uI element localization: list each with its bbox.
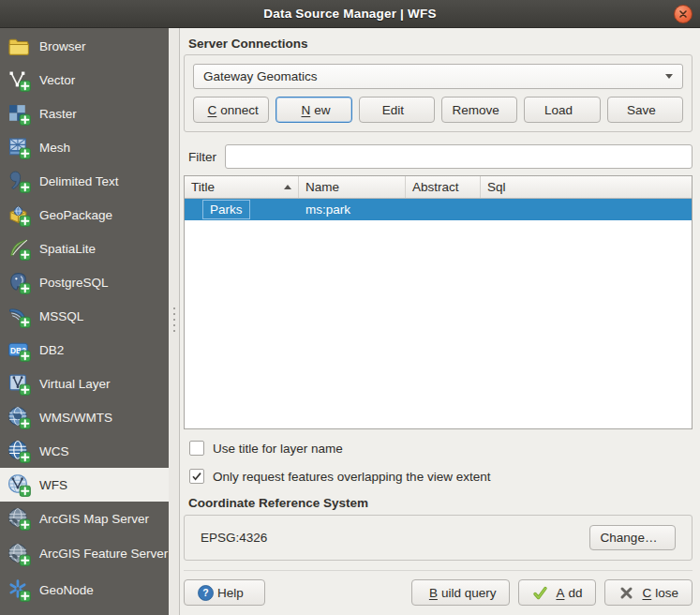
cell-abstract [406,199,419,220]
filter-label: Filter [188,150,216,164]
overlap-checkbox-row[interactable]: Only request features overlapping the vi… [189,469,693,484]
sidebar-item-label: GeoPackage [39,208,112,222]
data-source-manager-window: Data Source Manager | WFS Browser [0,0,700,615]
sidebar-item-geonode[interactable]: GeoNode [0,573,169,607]
vector-layer-icon [7,68,31,92]
server-connections-group: Gateway Geomatics Connect New Edit Remov… [184,54,693,132]
save-button[interactable]: Save [607,97,683,123]
sidebar-item-browser[interactable]: Browser [0,29,169,63]
help-icon: ? [198,585,214,601]
cell-title: Parks [202,200,250,219]
sidebar-item-label: WCS [39,444,69,458]
comma-icon [7,170,31,193]
sidebar-item-wcs[interactable]: WCS [0,434,169,468]
sidebar-item-label: Delimited Text [39,174,119,188]
sidebar-item-label: ArcGIS Map Server [39,512,149,526]
sidebar-item-postgresql[interactable]: PostgreSQL [0,265,169,299]
sidebar-item-label: Raster [39,107,77,121]
column-header-abstract[interactable]: Abstract [406,176,481,198]
splitter-grip-dots [173,308,175,332]
globe-arcgis-icon [7,543,31,566]
layers-table: Title Name Abstract Sql Parks ms:park [184,175,693,429]
close-dialog-button[interactable]: Close [604,579,693,606]
use-title-checkbox-label: Use title for layer name [213,442,343,456]
use-title-checkbox-row[interactable]: Use title for layer name [189,441,693,456]
crs-heading: Coordinate Reference System [188,496,693,510]
sidebar-item-label: Mesh [39,141,70,155]
use-title-checkbox[interactable] [189,441,204,456]
elephant-icon [7,271,31,294]
chevron-down-icon [665,74,673,79]
sidebar-item-label: GeoNode [39,583,94,597]
globe-wfs-icon [7,473,31,497]
connection-select[interactable]: Gateway Geomatics [193,64,683,89]
sidebar-item-db2[interactable]: DB2 DB2 [0,333,169,367]
globe-wms-icon [7,406,31,429]
server-connections-heading: Server Connections [188,37,693,51]
sidebar-item-arcgis-feature-server[interactable]: ArcGIS Feature Server [0,535,169,573]
sidebar-item-wms-wmts[interactable]: WMS/WMTS [0,400,169,434]
table-row-parks[interactable]: Parks ms:park [185,199,692,220]
overlap-checkbox[interactable] [189,469,204,484]
sidebar-item-label: PostgreSQL [39,276,109,290]
build-query-button[interactable]: Build query [411,579,511,606]
sidebar-item-label: ArcGIS Feature Server [39,547,168,562]
sidebar-item-geopackage[interactable]: GeoPackage [0,198,169,232]
close-button[interactable] [674,5,693,23]
help-button[interactable]: ? Help [184,579,265,606]
sidebar-item-label: WFS [39,478,67,492]
sidebar-item-vector[interactable]: Vector [0,63,169,97]
mesh-layer-icon [7,136,31,159]
add-button[interactable]: Add [518,579,596,606]
dialog-button-box: ? Help Build query Add [184,570,693,606]
crs-group: EPSG:4326 Change… [184,515,693,561]
edit-button[interactable]: Edit [359,97,435,123]
geonode-icon [7,578,31,602]
connection-select-value: Gateway Geomatics [203,69,318,83]
sidebar-item-raster[interactable]: Raster [0,97,169,130]
raster-layer-icon [7,102,31,126]
new-button[interactable]: New [276,97,351,123]
layers-table-body: Parks ms:park [185,199,692,428]
column-header-sql[interactable]: Sql [481,176,692,198]
splitter-handle[interactable] [169,28,180,615]
checkmark-add-icon [532,585,548,601]
load-button[interactable]: Load [524,97,600,123]
close-x-icon [618,585,634,601]
source-type-sidebar: Browser Vector [0,28,169,615]
virtual-layer-icon [7,372,31,396]
sidebar-item-mesh[interactable]: Mesh [0,130,169,164]
titlebar[interactable]: Data Source Manager | WFS [0,0,700,28]
close-icon [678,9,688,19]
sidebar-item-label: MSSQL [39,309,83,323]
sidebar-item-label: SpatiaLite [39,242,96,256]
cell-sql [419,199,432,220]
sidebar-item-label: Browser [39,39,86,53]
sidebar-item-label: DB2 [39,343,64,357]
sidebar-item-label: Vector [39,73,75,87]
cell-name: ms:park [299,199,406,220]
sidebar-item-wfs[interactable]: WFS [0,468,169,502]
connect-button[interactable]: Connect [193,97,269,123]
crs-value: EPSG:4326 [201,531,267,545]
sidebar-item-delimited-text[interactable]: Delimited Text [0,164,169,198]
sidebar-item-virtual-layer[interactable]: Virtual Layer [0,367,169,400]
folder-icon [7,35,31,58]
globe-arcgis-icon [7,507,31,531]
remove-button[interactable]: Remove [441,97,517,123]
layers-table-header: Title Name Abstract Sql [185,176,692,199]
column-header-name[interactable]: Name [299,176,406,198]
column-header-title[interactable]: Title [185,176,299,198]
mssql-swoosh-icon [7,305,31,328]
sidebar-item-spatialite[interactable]: SpatiaLite [0,232,169,265]
filter-input[interactable] [225,144,693,169]
sidebar-item-mssql[interactable]: MSSQL [0,299,169,333]
checkmark-icon [191,471,202,482]
svg-text:?: ? [202,587,208,598]
sidebar-item-label: Virtual Layer [39,377,111,391]
sidebar-item-arcgis-map-server[interactable]: ArcGIS Map Server [0,502,169,535]
sidebar-item-label: WMS/WMTS [39,411,112,425]
window-title: Data Source Manager | WFS [263,7,436,21]
feather-icon [7,237,31,261]
change-crs-button[interactable]: Change… [589,525,676,550]
